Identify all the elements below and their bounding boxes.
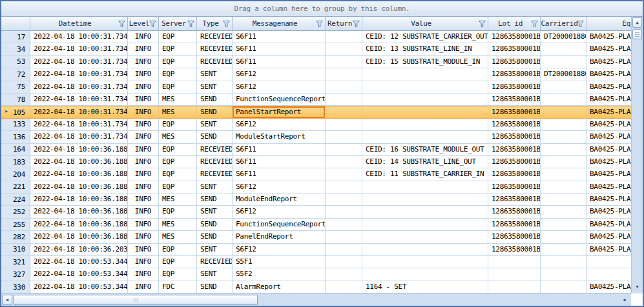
cell-messagename[interactable]: S6F12 bbox=[233, 244, 326, 255]
cell-carrierid[interactable] bbox=[541, 106, 587, 117]
cell-datetime[interactable]: 2022-04-18 10:00:36.188 bbox=[30, 181, 128, 193]
cell-type[interactable]: SENT bbox=[197, 68, 233, 80]
cell-type[interactable]: SEND bbox=[197, 281, 233, 293]
cell-server[interactable]: EQP bbox=[159, 56, 197, 68]
cell-lotid[interactable]: 12863580001B bbox=[488, 144, 541, 155]
cell-carrierid[interactable] bbox=[541, 144, 587, 155]
cell-level[interactable]: INFO bbox=[128, 181, 159, 193]
cell-level[interactable]: INFO bbox=[128, 168, 159, 180]
cell-datetime[interactable]: 2022-04-18 10:00:31.734 bbox=[30, 68, 128, 80]
cell-server[interactable]: MES bbox=[159, 219, 197, 230]
cell-return[interactable] bbox=[326, 94, 362, 105]
cell-carrierid[interactable]: DT200001880 bbox=[541, 31, 587, 43]
cell-type[interactable]: SEND bbox=[197, 193, 233, 205]
cell-value[interactable] bbox=[362, 181, 488, 193]
cell-eq[interactable]: BA0425-PLA bbox=[587, 244, 631, 255]
cell-eq[interactable]: BA0425-PLA bbox=[587, 94, 631, 105]
cell-value[interactable]: 1164 - SET bbox=[362, 281, 488, 293]
filter-icon[interactable] bbox=[118, 21, 125, 27]
cell-level[interactable]: INFO bbox=[128, 81, 159, 93]
cell-carrierid[interactable] bbox=[541, 156, 587, 168]
cell-carrierid[interactable] bbox=[541, 193, 587, 205]
table-row[interactable]: 342022-04-18 10:00:31.734INFOEQPRECEVIED… bbox=[1, 43, 631, 55]
row-indicator[interactable]: 255 bbox=[1, 219, 30, 230]
row-indicator[interactable]: 17 bbox=[1, 31, 30, 43]
cell-eq[interactable]: BA0425-PLA bbox=[587, 156, 631, 168]
column-header-server[interactable]: Server bbox=[159, 17, 197, 31]
row-indicator[interactable]: 78 bbox=[1, 94, 30, 105]
cell-carrierid[interactable]: DT200001880 bbox=[541, 68, 587, 80]
cell-carrierid[interactable] bbox=[541, 168, 587, 180]
column-header-lotid[interactable]: Lot id bbox=[488, 17, 541, 31]
cell-eq[interactable]: BA0425-PLA bbox=[587, 219, 631, 230]
cell-return[interactable] bbox=[326, 244, 362, 255]
table-row[interactable]: 2242022-04-18 10:00:36.188INFOMESSENDMod… bbox=[1, 193, 631, 206]
cell-return[interactable] bbox=[326, 256, 362, 268]
cell-server[interactable]: FDC bbox=[159, 281, 197, 293]
cell-type[interactable]: SENT bbox=[197, 81, 233, 93]
table-row[interactable]: 2042022-04-18 10:00:36.188INFOEQPRECEVIE… bbox=[1, 168, 631, 181]
cell-value[interactable] bbox=[362, 81, 488, 93]
cell-lotid[interactable]: 12863580001B bbox=[488, 56, 541, 68]
vertical-scroll-thumb[interactable] bbox=[632, 29, 642, 39]
cell-messagename[interactable]: S6F11 bbox=[233, 43, 326, 55]
cell-server[interactable]: MES bbox=[159, 231, 197, 243]
cell-lotid[interactable]: 12863580001B bbox=[488, 206, 541, 217]
cell-level[interactable]: INFO bbox=[128, 156, 159, 168]
cell-lotid[interactable]: 12863580001B bbox=[488, 168, 541, 180]
cell-type[interactable]: SENT bbox=[197, 244, 233, 255]
cell-datetime[interactable]: 2022-04-18 10:00:31.734 bbox=[30, 31, 128, 43]
cell-lotid[interactable]: 12863580001B bbox=[488, 181, 541, 193]
cell-type[interactable]: RECEVIED bbox=[197, 144, 233, 155]
cell-return[interactable] bbox=[326, 206, 362, 217]
cell-datetime[interactable]: 2022-04-18 10:00:53.344 bbox=[30, 268, 128, 280]
cell-eq[interactable]: BA0425-PLA bbox=[587, 231, 631, 243]
cell-eq[interactable]: BA0425-PLA bbox=[587, 119, 631, 130]
cell-lotid[interactable]: 12863580001B bbox=[488, 119, 541, 130]
cell-eq[interactable]: BA0425-PLA bbox=[587, 206, 631, 217]
cell-return[interactable] bbox=[326, 281, 362, 293]
cell-server[interactable]: EQP bbox=[159, 144, 197, 155]
cell-type[interactable]: SENT bbox=[197, 119, 233, 130]
cell-return[interactable] bbox=[326, 106, 362, 117]
row-indicator[interactable]: 224 bbox=[1, 193, 30, 205]
cell-carrierid[interactable] bbox=[541, 244, 587, 255]
cell-carrierid[interactable] bbox=[541, 94, 587, 105]
cell-lotid[interactable]: 12863580001B bbox=[488, 68, 541, 80]
row-indicator[interactable]: 72 bbox=[1, 68, 30, 80]
table-row[interactable]: 2822022-04-18 10:00:36.188INFOMESSENDPan… bbox=[1, 231, 631, 243]
row-indicator[interactable]: 310 bbox=[1, 244, 30, 255]
table-row[interactable]: 752022-04-18 10:00:31.734INFOEQPSENTS6F1… bbox=[1, 81, 631, 94]
column-header-carrierid[interactable]: Carrierid bbox=[541, 17, 587, 31]
cell-value[interactable] bbox=[362, 193, 488, 205]
column-header-return[interactable]: Return bbox=[326, 17, 362, 31]
cell-level[interactable]: INFO bbox=[128, 94, 159, 105]
cell-datetime[interactable]: 2022-04-18 10:00:53.344 bbox=[30, 256, 128, 268]
cell-eq[interactable]: BA0425-PLA bbox=[587, 193, 631, 205]
cell-value[interactable] bbox=[362, 206, 488, 217]
cell-level[interactable]: INFO bbox=[128, 206, 159, 217]
horizontal-scrollbar[interactable]: ◀ ▶ bbox=[1, 293, 631, 306]
cell-value[interactable]: CEID: 13 SUBSTRATE_LINE_IN bbox=[362, 43, 488, 55]
cell-level[interactable]: INFO bbox=[128, 256, 159, 268]
table-row[interactable]: 3102022-04-18 10:00:36.203INFOEQPSENTS6F… bbox=[1, 244, 631, 256]
table-row[interactable]: 1362022-04-18 10:00:31.734INFOMESSENDMod… bbox=[1, 131, 631, 143]
cell-carrierid[interactable] bbox=[541, 219, 587, 230]
cell-return[interactable] bbox=[326, 68, 362, 80]
column-header-type[interactable]: Type bbox=[197, 17, 233, 31]
cell-datetime[interactable]: 2022-04-18 10:00:31.734 bbox=[30, 56, 128, 68]
cell-carrierid[interactable] bbox=[541, 281, 587, 293]
cell-eq[interactable]: BA0425-PLA bbox=[587, 56, 631, 68]
table-row[interactable]: 532022-04-18 10:00:31.734INFOEQPRECEVIED… bbox=[1, 56, 631, 68]
table-row[interactable]: 1642022-04-18 10:00:36.188INFOEQPRECEVIE… bbox=[1, 144, 631, 156]
row-indicator[interactable]: 321 bbox=[1, 256, 30, 268]
cell-lotid[interactable] bbox=[488, 281, 541, 293]
table-row[interactable]: ➤1052022-04-18 10:00:31.734INFOMESSENDPa… bbox=[1, 106, 631, 118]
cell-datetime[interactable]: 2022-04-18 10:00:36.188 bbox=[30, 219, 128, 230]
cell-level[interactable]: INFO bbox=[128, 106, 159, 117]
cell-datetime[interactable]: 2022-04-18 10:00:31.734 bbox=[30, 43, 128, 55]
cell-datetime[interactable]: 2022-04-18 10:00:36.188 bbox=[30, 193, 128, 205]
cell-type[interactable]: RECEVIED bbox=[197, 168, 233, 180]
cell-datetime[interactable]: 2022-04-18 10:00:36.188 bbox=[30, 156, 128, 168]
cell-level[interactable]: INFO bbox=[128, 144, 159, 155]
